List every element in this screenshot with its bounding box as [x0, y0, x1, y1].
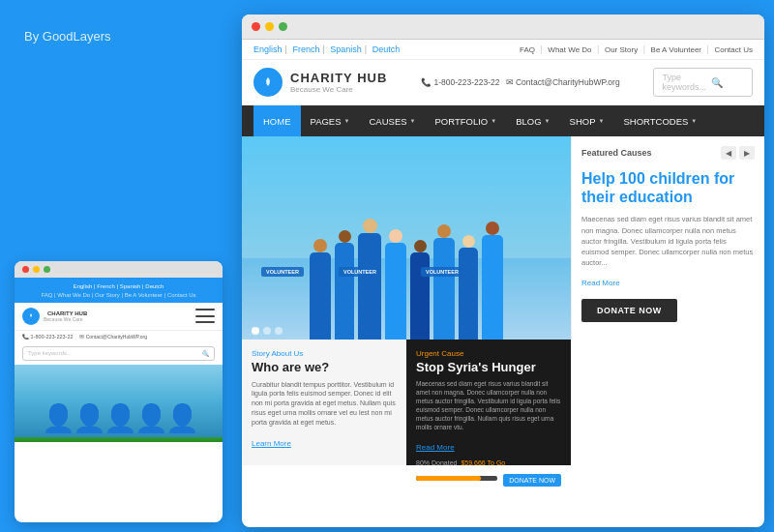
search-placeholder-text: Type keywords...	[662, 73, 706, 92]
lang-french[interactable]: French	[292, 44, 319, 54]
donate-amount: $59,666 To Go	[461, 459, 505, 466]
mobile-contact-row: 📞 1-800-223-223-22 ✉ Contact@CharityHubW…	[15, 330, 223, 342]
urgent-text: Maecenas sed diam eget risus varius blan…	[416, 379, 561, 432]
nav-home[interactable]: HOME	[253, 105, 301, 136]
volunteer-person-7	[459, 235, 478, 340]
volunteer-person-3	[358, 219, 381, 340]
urgent-read-more[interactable]: Read More	[416, 443, 455, 452]
browser-chrome	[242, 15, 764, 40]
search-icon: 🔍	[711, 77, 744, 88]
chevron-down-icon: ▼	[410, 118, 416, 124]
volunteer-group	[242, 175, 571, 340]
top-contact[interactable]: Contact Us	[714, 45, 753, 54]
featured-next-arrow[interactable]: ▶	[739, 146, 755, 160]
story-label: Story About Us	[252, 349, 397, 358]
lang-spanish[interactable]: Spanish	[330, 44, 362, 54]
language-links: English| French| Spanish| Deutch	[253, 44, 400, 54]
logo-area: CHARITY HUB Because We Care	[253, 68, 387, 97]
chevron-down-icon: ▼	[491, 118, 496, 124]
featured-read-more[interactable]: Read More	[581, 279, 755, 287]
story-section: Story About Us Who are we? Curabitur bla…	[242, 340, 406, 465]
mobile-search-icon: 🔍	[202, 350, 209, 357]
browser-dot-yellow	[265, 22, 274, 31]
slider-dot-3[interactable]	[275, 327, 283, 335]
browser-email: ✉ Contact@CharityHubWP.org	[506, 77, 620, 87]
urgent-title: Stop Syria's Hunger	[416, 360, 561, 375]
volunteer-person-4	[385, 229, 406, 340]
mobile-dot-green	[44, 266, 50, 273]
lang-english[interactable]: English	[253, 44, 283, 54]
donation-bar	[416, 476, 497, 481]
nav-blog[interactable]: BLOG ▼	[506, 105, 559, 136]
phone-icon: 📞	[22, 334, 31, 340]
browser-mockup: English| French| Spanish| Deutch FAQ | W…	[242, 15, 764, 527]
nav-portfolio[interactable]: PORTFOLIO ▼	[426, 105, 507, 136]
email-icon: ✉	[506, 77, 516, 87]
browser-dot-red	[252, 22, 260, 31]
donation-progress-row: 80% Donated $59,666 To Go DONATE NOW	[416, 459, 561, 487]
left-panel: CharityHub Theme By GoodLayers English |…	[0, 0, 237, 532]
volunteer-person-6	[433, 224, 455, 340]
hero-slider: VOLUNTEER VOLUNTEER VOLUNTEER	[242, 136, 571, 340]
mobile-logo-circle	[22, 308, 40, 325]
mobile-hero-image: 👤👤👤👤👤	[15, 365, 223, 442]
volunteer-person-8	[482, 222, 503, 340]
person-body	[310, 252, 331, 340]
featured-prev-arrow[interactable]: ◀	[721, 146, 736, 160]
header-search[interactable]: Type keywords... 🔍	[653, 68, 753, 97]
mobile-search-placeholder: Type keywords...	[28, 350, 72, 356]
mobile-mockup: English | French | Spanish | Deutch FAQ …	[15, 261, 223, 522]
slider-dot-1[interactable]	[252, 327, 259, 335]
featured-donate-button[interactable]: DONATE NOW	[581, 299, 677, 322]
main-navigation: HOME PAGES ▼ CAUSES ▼ PORTFOLIO ▼ BLOG ▼…	[242, 105, 764, 136]
bottom-sections: Story About Us Who are we? Curabitur bla…	[242, 340, 571, 465]
volunteer-text-3: VOLUNTEER	[421, 267, 463, 277]
nav-pages[interactable]: PAGES ▼	[301, 105, 360, 136]
hamburger-menu-icon[interactable]	[195, 309, 215, 323]
story-learn-more[interactable]: Learn More	[252, 439, 291, 448]
logo-text: CHARITY HUB Because We Care	[290, 71, 387, 94]
mobile-dot-red	[22, 266, 29, 273]
mobile-logo-tagline: Because We Care	[44, 316, 87, 322]
story-title: Who are we?	[252, 360, 397, 375]
nav-shortcodes[interactable]: SHORTCODES ▼	[613, 105, 706, 136]
mobile-search-box[interactable]: Type keywords... 🔍	[22, 346, 215, 361]
mobile-nav-top: English | French | Spanish | Deutch FAQ …	[15, 278, 223, 303]
mobile-search-row: Type keywords... 🔍	[15, 342, 223, 365]
urgent-label: Urgent Cause	[416, 349, 561, 358]
nav-shop[interactable]: SHOP ▼	[560, 105, 614, 136]
chevron-down-icon: ▼	[691, 118, 697, 124]
top-volunteer[interactable]: Be A Volunteer	[651, 45, 702, 54]
lang-deutch[interactable]: Deutch	[372, 44, 401, 54]
donation-bar-fill	[416, 476, 481, 481]
mobile-dot-yellow	[33, 266, 40, 273]
top-nav-links: FAQ | What We Do | Our Story | Be A Volu…	[520, 44, 753, 54]
slider-dots	[252, 327, 283, 335]
mobile-nav-links: FAQ | What We Do | Our Story | Be A Volu…	[22, 292, 215, 298]
volunteer-person-1	[310, 239, 331, 340]
volunteer-silhouettes: 👤👤👤👤👤	[42, 402, 196, 434]
logo-tagline: Because We Care	[290, 85, 387, 94]
phone-icon: 📞	[421, 77, 433, 87]
volunteer-person-5	[410, 240, 430, 340]
logo-bar-contact: 📞 1-800-223-223-22 ✉ Contact@CharityHubW…	[421, 77, 620, 87]
browser-dot-green	[279, 22, 287, 31]
language-bar: English| French| Spanish| Deutch FAQ | W…	[242, 40, 764, 60]
top-what-we-do[interactable]: What We Do	[548, 45, 591, 54]
main-content-column: VOLUNTEER VOLUNTEER VOLUNTEER	[242, 136, 571, 465]
featured-header: Featured Causes ◀ ▶	[581, 146, 755, 160]
urgent-donate-button[interactable]: DONATE NOW	[503, 474, 561, 487]
slider-dot-2[interactable]	[263, 327, 271, 335]
chevron-down-icon: ▼	[599, 118, 605, 124]
featured-arrows: ◀ ▶	[721, 146, 755, 160]
volunteer-text-1: VOLUNTEER	[261, 267, 304, 277]
urgent-section: Urgent Cause Stop Syria's Hunger Maecena…	[406, 340, 571, 465]
top-faq[interactable]: FAQ	[520, 45, 535, 54]
content-area: VOLUNTEER VOLUNTEER VOLUNTEER	[242, 136, 764, 465]
person-head	[313, 239, 327, 252]
nav-causes[interactable]: CAUSES ▼	[359, 105, 425, 136]
top-our-story[interactable]: Our Story	[605, 45, 638, 54]
featured-cause-text: Maecenas sed diam eget risus varius blan…	[581, 214, 755, 268]
mobile-lang-links: English | French | Spanish | Deutch	[22, 282, 215, 292]
logo-icon	[253, 68, 283, 97]
